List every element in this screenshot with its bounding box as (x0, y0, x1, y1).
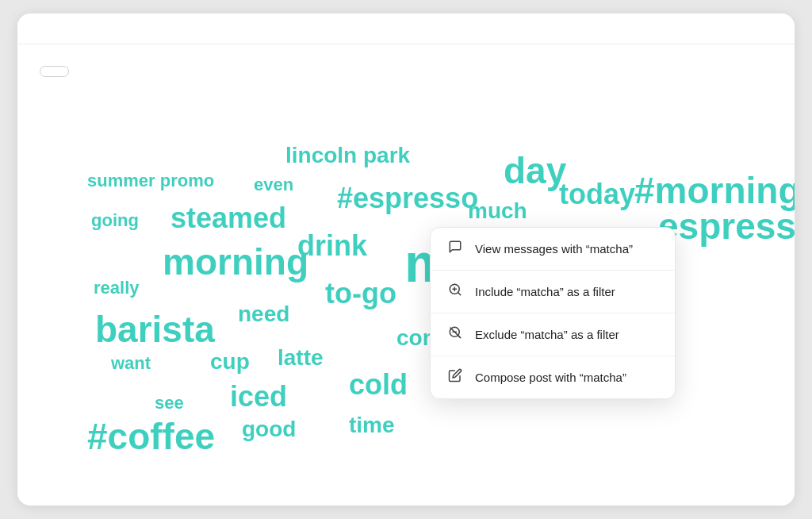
word-item[interactable]: #espresso (337, 184, 478, 213)
word-item[interactable]: today (559, 180, 635, 209)
include-filter-icon (446, 283, 464, 301)
compose-post-icon (446, 368, 464, 386)
word-item[interactable]: steamed (170, 204, 286, 233)
card-body: matcha#morningespressodaylincoln parktod… (17, 44, 795, 482)
context-menu-item-compose-post[interactable]: Compose post with “matcha” (431, 356, 675, 398)
word-item[interactable]: good (242, 418, 296, 440)
context-menu: View messages with “matcha”Include “matc… (430, 227, 676, 399)
word-item[interactable]: latte (278, 347, 324, 369)
compose-post-label: Compose post with “matcha” (475, 371, 626, 384)
context-menu-item-exclude-filter[interactable]: Exclude “matcha” as a filter (431, 313, 675, 356)
context-menu-item-view-messages[interactable]: View messages with “matcha” (431, 228, 675, 271)
word-item[interactable]: #morning (634, 172, 795, 209)
word-cloud-card: matcha#morningespressodaylincoln parktod… (17, 13, 795, 506)
word-item[interactable]: time (349, 414, 395, 436)
word-item[interactable]: to-go (325, 279, 396, 308)
word-item[interactable]: cold (349, 371, 408, 399)
word-item[interactable]: need (238, 303, 289, 325)
view-messages-icon (446, 240, 464, 258)
word-item[interactable]: #coffee (87, 418, 215, 455)
context-menu-item-include-filter[interactable]: Include “matcha” as a filter (431, 271, 675, 313)
word-item[interactable]: see (155, 394, 184, 412)
word-item[interactable]: day (504, 152, 566, 189)
exclude-filter-icon (446, 325, 464, 344)
word-item[interactable]: even (254, 176, 293, 194)
word-item[interactable]: espresso (658, 208, 795, 244)
word-item[interactable]: iced (230, 383, 287, 411)
card-header (17, 13, 795, 44)
word-item[interactable]: want (111, 355, 151, 372)
word-item[interactable]: lincoln park (285, 144, 410, 167)
exclude-filter-label: Exclude “matcha” as a filter (475, 328, 619, 341)
word-item[interactable]: really (94, 279, 140, 297)
svg-line-1 (458, 292, 460, 294)
view-messages-label: View messages with “matcha” (475, 242, 633, 256)
word-item[interactable]: going (91, 212, 139, 229)
word-item[interactable]: morning (163, 244, 308, 280)
word-item[interactable]: cup (210, 351, 250, 373)
word-type-filter[interactable] (40, 66, 69, 77)
word-item[interactable]: summer promo (87, 172, 214, 190)
include-filter-label: Include “matcha” as a filter (475, 285, 615, 298)
word-item[interactable]: barista (95, 311, 215, 348)
